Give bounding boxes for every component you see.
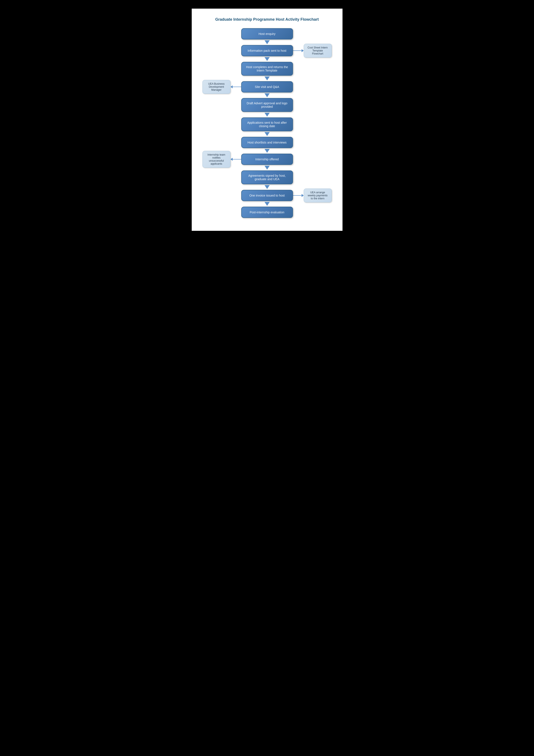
connector-site-visit (231, 85, 241, 88)
main-box-agreements: Agreements signed by host, graduate and … (241, 171, 293, 184)
flow-step-host-enquiry: Host enquiry (198, 28, 336, 40)
flow-step-draft-advert: Draft Advert approval and logo provided (198, 98, 336, 112)
flow-step-info-pack: Information pack sent to hostCost Sheet … (198, 45, 336, 56)
main-box-evaluation: Post-internship evaluation (241, 207, 293, 218)
arrow-down-shortlist (265, 149, 270, 153)
main-box-invoice: One invoice issued to host (241, 190, 293, 201)
flow-step-agreements: Agreements signed by host, graduate and … (198, 171, 336, 184)
page: Graduate Internship Programme Host Activ… (192, 9, 343, 231)
side-note-info-pack: Cost Sheet Intern Template Flowchart (304, 44, 332, 58)
arrow-down-applications-sent (265, 132, 270, 136)
flow-step-intern-template: Host completes and returns the Intern Te… (198, 62, 336, 76)
arrow-down-internship-offered (265, 166, 270, 170)
side-note-invoice: UEA arrange weekly payments to the inter… (304, 189, 332, 202)
main-box-applications-sent: Applications sent to host after closing … (241, 118, 293, 131)
arrow-down-invoice (265, 202, 270, 206)
connector-invoice (293, 194, 304, 197)
main-box-shortlist: Host shortlists and interviews (241, 137, 293, 148)
connector-internship-offered (231, 158, 241, 161)
main-box-host-enquiry: Host enquiry (241, 28, 293, 40)
side-note-site-visit: UEA Business Development Manager (202, 80, 231, 94)
arrow-down-draft-advert (265, 113, 270, 117)
flow-step-invoice: One invoice issued to hostUEA arrange we… (198, 190, 336, 201)
flow-step-evaluation: Post-internship evaluation (198, 207, 336, 218)
flow-step-shortlist: Host shortlists and interviews (198, 137, 336, 148)
main-box-intern-template: Host completes and returns the Intern Te… (241, 62, 293, 76)
arrow-down-info-pack (265, 57, 270, 61)
flow-step-site-visit: Site visit and Q&AUEA Business Developme… (198, 81, 336, 93)
main-box-draft-advert: Draft Advert approval and logo provided (241, 98, 293, 112)
arrow-down-agreements (265, 185, 270, 189)
flow-step-applications-sent: Applications sent to host after closing … (198, 118, 336, 131)
arrow-down-site-visit (265, 93, 270, 97)
flow-step-internship-offered: Internship offeredInternship team notifi… (198, 154, 336, 165)
arrow-down-intern-template (265, 76, 270, 80)
main-box-info-pack: Information pack sent to host (241, 45, 293, 56)
side-note-internship-offered: Internship team notifies unsuccessful ap… (202, 151, 231, 168)
page-title: Graduate Internship Programme Host Activ… (198, 17, 336, 22)
flowchart: Host enquiryInformation pack sent to hos… (198, 28, 336, 218)
main-box-internship-offered: Internship offered (241, 154, 293, 165)
arrow-down-host-enquiry (265, 40, 270, 44)
connector-info-pack (293, 49, 304, 52)
main-box-site-visit: Site visit and Q&A (241, 81, 293, 93)
